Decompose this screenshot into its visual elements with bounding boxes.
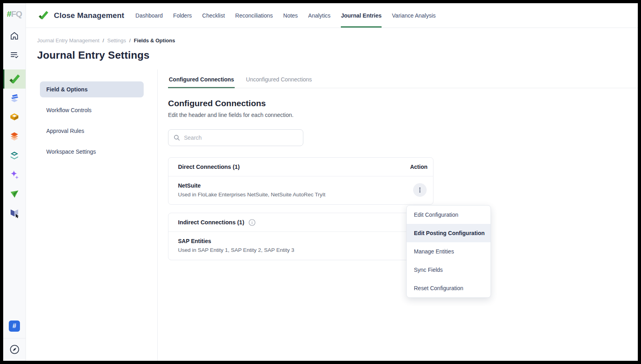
main-column: Close Management Dashboard Folders Check…	[26, 3, 638, 361]
indirect-connections-header: Indirect Connections (1) Action	[168, 213, 433, 232]
row-text: NetSuite Used in FloLake Enterprises Net…	[178, 182, 325, 198]
search-box	[168, 129, 303, 146]
app-tile-yellow-box[interactable]	[3, 108, 26, 127]
nav-checklist[interactable]: Checklist	[202, 3, 225, 28]
app-tile-close-management[interactable]	[3, 69, 26, 89]
product-name: Close Management	[54, 11, 124, 20]
direct-connections-header: Direct Connections (1) Action	[168, 158, 433, 176]
box-yellow-icon	[9, 112, 20, 123]
app-tile-purple-sparkle[interactable]	[3, 165, 26, 184]
nav-analytics[interactable]: Analytics	[308, 3, 330, 28]
breadcrumb-separator: /	[129, 38, 131, 44]
sparkle-purple-icon	[9, 169, 20, 180]
layers-orange-icon	[9, 131, 20, 142]
connection-description: Used in SAP Entity 1, SAP Entity 2, SAP …	[178, 247, 294, 253]
arrow-green-icon	[9, 188, 20, 200]
tab-unconfigured-connections[interactable]: Unconfigured Connections	[245, 69, 313, 88]
search-icon	[173, 134, 180, 141]
home-icon	[9, 31, 20, 41]
connection-description: Used in FloLake Enterprises NetSuite, Ne…	[178, 192, 325, 198]
connection-name: NetSuite	[178, 182, 325, 189]
app-switcher	[3, 69, 26, 223]
fq-logo-letters: FQ	[11, 9, 22, 18]
layers-blue-icon	[9, 93, 20, 104]
menu-item-edit-configuration[interactable]: Edit Configuration	[407, 206, 491, 224]
top-nav: Dashboard Folders Checklist Reconciliati…	[135, 3, 435, 28]
task-list-icon	[9, 50, 20, 60]
explore-button[interactable]	[8, 343, 20, 355]
breadcrumb-fields-options: Fields & Options	[134, 38, 175, 44]
connection-name: SAP Entities	[178, 238, 294, 244]
menu-item-manage-entities[interactable]: Manage Entities	[407, 242, 491, 261]
breadcrumb-separator: /	[103, 38, 104, 44]
info-icon[interactable]	[248, 219, 256, 226]
row-text: SAP Entities Used in SAP Entity 1, SAP E…	[178, 238, 294, 253]
kebab-icon	[417, 187, 423, 193]
home-button[interactable]	[9, 30, 20, 42]
page-title: Journal Entry Settings	[37, 49, 638, 61]
settings-nav: Field & Options Workflow Controls Approv…	[26, 69, 158, 361]
app-tile-blue-layers[interactable]	[3, 89, 26, 108]
table-row-netsuite: NetSuite Used in FloLake Enterprises Net…	[168, 176, 433, 204]
connections-tabs: Configured Connections Unconfigured Conn…	[168, 69, 638, 88]
nav-notes[interactable]: Notes	[283, 3, 298, 28]
search-input[interactable]	[184, 135, 296, 141]
product-check-logo	[38, 10, 49, 21]
breadcrumb: Journal Entry Management / Settings / Fi…	[37, 38, 638, 44]
settings-nav-field-options[interactable]: Field & Options	[40, 81, 144, 97]
book-cursor-icon	[8, 207, 20, 219]
nav-reconciliations[interactable]: Reconciliations	[235, 3, 273, 28]
rail-divider	[3, 338, 26, 338]
hash-app-icon: #	[12, 322, 16, 330]
app-window: #FQ	[3, 3, 638, 361]
check-app-icon	[8, 73, 20, 85]
breadcrumb-journal-entry-management[interactable]: Journal Entry Management	[37, 38, 99, 44]
menu-item-reset-configuration[interactable]: Reset Configuration	[407, 279, 491, 297]
indirect-connections-card: Indirect Connections (1) Action	[168, 213, 433, 260]
section-description: Edit the header and line fields for each…	[168, 112, 638, 118]
settings-nav-approval-rules[interactable]: Approval Rules	[40, 123, 144, 139]
fq-logo-hash: #	[7, 9, 11, 18]
nav-folders[interactable]: Folders	[173, 3, 192, 28]
direct-connections-title: Direct Connections (1)	[178, 164, 240, 170]
menu-item-sync-fields[interactable]: Sync Fields	[407, 261, 491, 279]
topbar: Close Management Dashboard Folders Check…	[26, 3, 638, 28]
tab-configured-connections[interactable]: Configured Connections	[168, 69, 235, 88]
actions-context-menu: Edit Configuration Edit Posting Configur…	[406, 205, 491, 298]
icon-rail: #FQ	[3, 3, 26, 361]
connections-panel: Configured Connections Unconfigured Conn…	[158, 69, 638, 361]
menu-item-edit-posting-configuration[interactable]: Edit Posting Configuration	[407, 224, 491, 242]
app-tile-teal-layers[interactable]	[3, 146, 26, 165]
app-tile-orange-layers[interactable]	[3, 127, 26, 146]
nav-dashboard[interactable]: Dashboard	[135, 3, 163, 28]
settings-nav-workflow-controls[interactable]: Workflow Controls	[40, 102, 144, 118]
compass-icon	[9, 344, 20, 355]
fq-logo: #FQ	[7, 8, 22, 20]
table-row-sap-entities: SAP Entities Used in SAP Entity 1, SAP E…	[168, 232, 433, 260]
nav-variance-analysis[interactable]: Variance Analysis	[392, 3, 435, 28]
settings-nav-workspace-settings[interactable]: Workspace Settings	[40, 144, 144, 160]
app-tile-green-arrow[interactable]	[3, 184, 26, 204]
nav-journal-entries[interactable]: Journal Entries	[341, 3, 382, 28]
hash-app-button[interactable]: #	[9, 320, 20, 332]
netsuite-actions-button[interactable]	[413, 183, 427, 197]
screenshot-frame: #FQ	[0, 0, 641, 364]
breadcrumb-settings[interactable]: Settings	[107, 38, 126, 44]
task-list-button[interactable]	[9, 49, 20, 61]
settings-layout: Field & Options Workflow Controls Approv…	[26, 69, 638, 361]
page-content: Journal Entry Management / Settings / Fi…	[26, 28, 638, 361]
app-tile-book[interactable]	[3, 204, 26, 223]
indirect-connections-title: Indirect Connections (1)	[178, 219, 244, 226]
section-heading: Configured Connections	[168, 99, 638, 108]
direct-connections-card: Direct Connections (1) Action NetSuite U…	[168, 157, 433, 205]
direct-action-column-header: Action	[410, 164, 427, 170]
layers-teal-icon	[9, 150, 20, 161]
